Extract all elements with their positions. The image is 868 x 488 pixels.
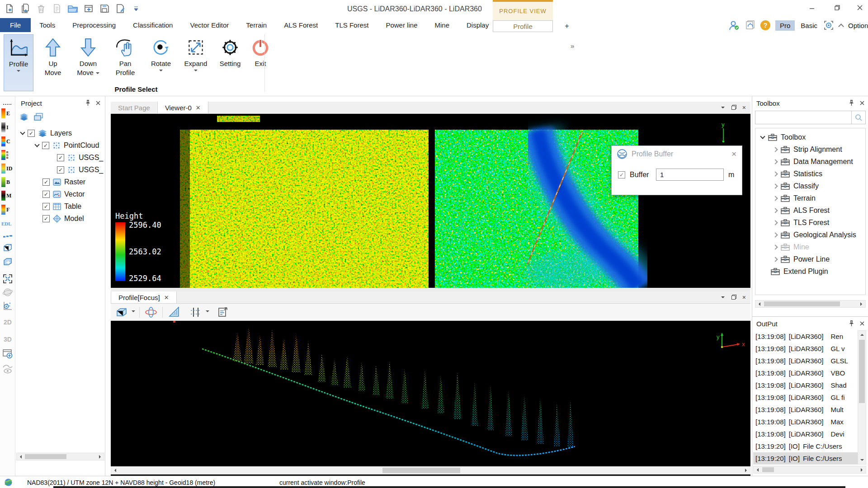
ribbon-profile-button[interactable]: Profile (4, 34, 33, 91)
display-by-class-button[interactable]: C (1, 136, 15, 147)
log-row-selected[interactable]: [13:19:20][IO]File C:/Users (753, 452, 858, 465)
toolbox-item-geological-analysis[interactable]: Geological Analysis (755, 229, 865, 241)
menu-file[interactable]: File (0, 18, 31, 32)
orbit-globe-icon[interactable] (2, 287, 13, 298)
point-cloud-top-view[interactable]: y (111, 114, 750, 288)
scroll-right-icon[interactable] (96, 453, 104, 460)
new-window-icon[interactable] (2, 348, 13, 359)
add-layer-group-icon[interactable] (19, 113, 29, 121)
toolbox-hscrollbar[interactable] (755, 300, 866, 308)
options-button[interactable]: Options (848, 22, 868, 29)
log-row[interactable]: [13:19:08][LiDAR360]Max (753, 416, 858, 428)
log-row[interactable]: [13:19:08][LiDAR360]Ren (753, 330, 858, 343)
cross-section-cube-icon[interactable] (2, 243, 13, 253)
tree-row-model[interactable]: ✓ Model (15, 212, 105, 225)
ribbon-expand-button[interactable]: Expand (181, 34, 211, 91)
pane-menu-icon[interactable] (721, 107, 725, 110)
tab-profile[interactable]: Profile (493, 20, 553, 32)
scroll-thumb[interactable] (25, 454, 66, 459)
scroll-right-icon[interactable] (858, 466, 866, 473)
open-folder-icon[interactable] (67, 3, 79, 14)
toolbox-item-power-line[interactable]: Power Line (755, 253, 865, 265)
profile-report-icon[interactable] (216, 305, 230, 319)
orbit-rotate-icon[interactable] (144, 305, 158, 319)
log-row[interactable]: [13:19:08][LiDAR360]GL fi (753, 391, 858, 404)
toolbox-item-strip-alignment[interactable]: Strip Alignment (755, 143, 865, 155)
toolbox-item-statistics[interactable]: Statistics (755, 168, 865, 180)
display-by-blend-button[interactable]: B (1, 177, 15, 188)
expand-icon[interactable] (773, 159, 778, 164)
contour-preview-icon[interactable] (2, 364, 13, 375)
toolbox-pin-icon[interactable] (849, 100, 854, 106)
pro-mode-button[interactable]: Pro (775, 20, 795, 31)
model-checkbox[interactable]: ✓ (42, 215, 50, 222)
scroll-left-icon[interactable] (755, 300, 763, 307)
full-extent-icon[interactable] (2, 273, 13, 284)
log-row[interactable]: [13:19:08][LiDAR360]Devi (753, 428, 858, 440)
measure-triangle-icon[interactable] (167, 305, 181, 319)
ribbon-exit-button[interactable]: Exit (250, 34, 271, 91)
edit-document-icon[interactable] (51, 3, 63, 14)
expand-icon[interactable] (773, 208, 778, 213)
display-by-elevation-button[interactable]: E (1, 108, 15, 119)
point-settings-icon[interactable] (2, 300, 13, 311)
scroll-thumb[interactable] (762, 467, 774, 472)
ribbon-overflow-indicator[interactable]: » (571, 42, 574, 50)
ribbon-setting-button[interactable]: Setting (216, 34, 244, 91)
tree-row-table[interactable]: ✓ Table (15, 200, 105, 212)
delete-icon[interactable] (35, 3, 47, 14)
toolbox-item-terrain[interactable]: Terrain (755, 192, 865, 204)
tree-row-vector[interactable]: ✓ Vector (15, 188, 105, 200)
tree-row-layers[interactable]: ✓ Layers (15, 127, 105, 139)
collapse-ribbon-icon[interactable] (838, 23, 844, 29)
scroll-right-icon[interactable] (858, 300, 865, 307)
tab-viewer-0[interactable]: Viewer-0✕ (157, 102, 208, 113)
tree-row-pointcloud[interactable]: ✓ PointCloud (15, 139, 105, 151)
menu-terrain[interactable]: Terrain (237, 18, 275, 32)
output-vscrollbar[interactable] (858, 330, 866, 465)
expand-icon[interactable] (773, 257, 778, 262)
expand-icon[interactable] (773, 220, 778, 225)
clip-cube-icon[interactable] (2, 257, 13, 267)
display-edl-button[interactable]: EDL (1, 218, 15, 229)
ribbon-down-move-button[interactable]: Down Move (72, 34, 104, 91)
table-checkbox[interactable]: ✓ (42, 203, 50, 210)
buffer-checkbox[interactable]: ✓ (618, 171, 625, 178)
scroll-thumb[interactable] (859, 340, 865, 403)
tree-row-usgs-2[interactable]: ✓ USGS_ (15, 164, 105, 176)
scroll-down-icon[interactable] (858, 456, 866, 464)
collapse-icon[interactable] (34, 142, 39, 147)
ribbon-rotate-button[interactable]: Rotate (146, 34, 175, 91)
scroll-right-icon[interactable] (742, 467, 750, 474)
expand-icon[interactable] (773, 232, 778, 237)
tab-close-icon[interactable]: ✕ (164, 294, 169, 301)
toolbox-item-extend-plugin[interactable]: Extend Plugin (755, 265, 865, 277)
project-pin-icon[interactable] (85, 100, 90, 106)
expand-icon[interactable] (773, 196, 778, 201)
scroll-up-icon[interactable] (858, 331, 866, 338)
log-row[interactable]: [13:19:08][LiDAR360]Shad (753, 379, 858, 391)
layer-copy-icon[interactable] (33, 113, 43, 121)
menu-preprocessing[interactable]: Preprocessing (64, 18, 124, 32)
batch-process-icon[interactable] (745, 20, 755, 30)
log-row[interactable]: [13:19:08][LiDAR360]Mult (753, 404, 858, 416)
dialog-close-icon[interactable]: × (731, 149, 736, 159)
tree-row-raster[interactable]: ✓ Raster (15, 176, 105, 188)
tree-row-usgs-1[interactable]: ✓ USGS_ (15, 151, 105, 164)
collapse-icon[interactable] (760, 134, 765, 139)
dialog-header[interactable]: Profile Buffer × (612, 146, 742, 162)
pane-float-icon[interactable] (731, 296, 736, 300)
quick-access-more-icon[interactable] (130, 3, 142, 14)
view-2d-button[interactable]: 2D (2, 317, 13, 328)
new-project-icon[interactable] (19, 3, 31, 14)
new-file-icon[interactable] (4, 3, 15, 14)
output-hscrollbar[interactable] (753, 466, 866, 474)
menu-vector-editor[interactable]: Vector Editor (181, 18, 237, 32)
interface-settings-icon[interactable] (823, 20, 834, 31)
pane-close-icon[interactable]: × (742, 105, 746, 110)
menu-tools[interactable]: Tools (31, 18, 64, 32)
view-3d-button[interactable]: 3D (2, 334, 13, 345)
expand-icon[interactable] (773, 244, 778, 249)
crs-label[interactable]: NAD83(2011) / UTM zone 12N + NAVD88 heig… (27, 479, 215, 486)
grid-crosshair-icon[interactable] (189, 305, 203, 319)
